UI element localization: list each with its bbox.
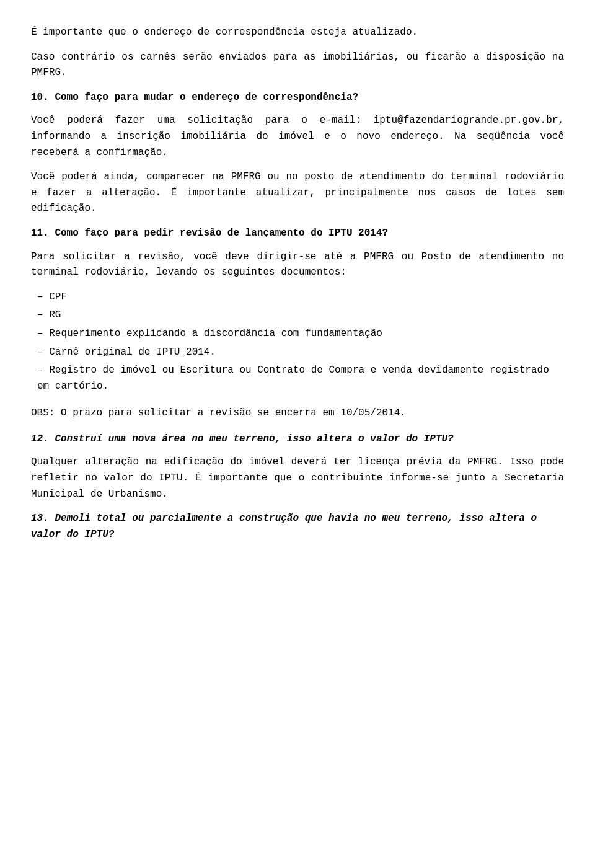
obs-prazo: OBS: O prazo para solicitar a revisão se… [31, 405, 564, 422]
paragraph-3: Você poderá fazer uma solicitação para o… [31, 113, 564, 161]
list-item-carne: – Carnê original de IPTU 2014. [31, 345, 564, 361]
section-12-heading: 12. Construí uma nova área no meu terren… [31, 432, 564, 448]
document-list: – CPF – RG – Requerimento explicando a d… [31, 290, 564, 395]
section-11-heading: 11. Como faço para pedir revisão de lanç… [31, 226, 564, 242]
paragraph-5: Para solicitar a revisão, você deve diri… [31, 249, 564, 281]
paragraph-4: Você poderá ainda, comparecer na PMFRG o… [31, 169, 564, 217]
page-content: É importante que o endereço de correspon… [31, 25, 564, 542]
list-item-rg: – RG [31, 308, 564, 324]
paragraph-1: É importante que o endereço de correspon… [31, 25, 564, 41]
section-10-heading: 10. Como faço para mudar o endereço de c… [31, 90, 564, 106]
paragraph-2: Caso contrário os carnês serão enviados … [31, 50, 564, 81]
paragraph-6: Qualquer alteração na edificação do imóv… [31, 454, 564, 502]
list-item-cpf: – CPF [31, 290, 564, 306]
list-item-requerimento: – Requerimento explicando a discordância… [31, 326, 564, 342]
section-13-heading: 13. Demoli total ou parcialmente a const… [31, 511, 564, 542]
list-item-registro: – Registro de imóvel ou Escritura ou Con… [31, 363, 564, 394]
